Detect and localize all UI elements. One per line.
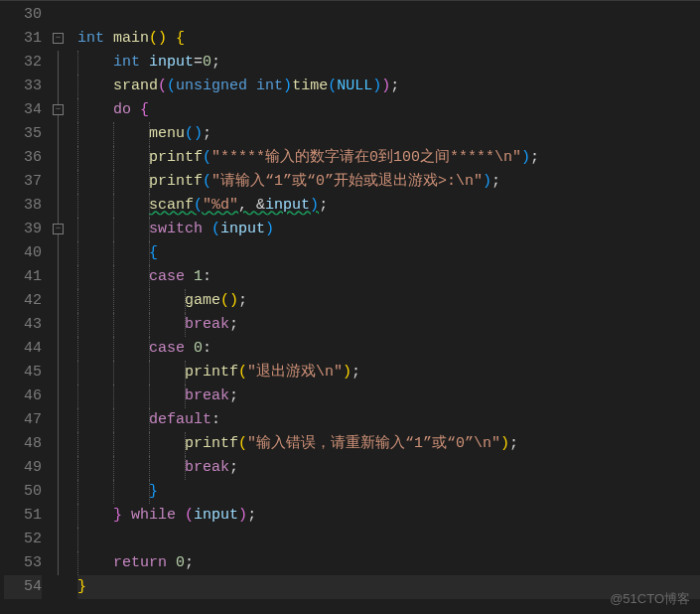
line-number-gutter: 30 31 32 33 34 35 36 37 38 39 40 41 42 4… [0,1,50,614]
line-number: 40 [4,241,42,265]
line-number: 48 [4,432,42,456]
fold-toggle-icon[interactable]: − [53,224,64,234]
fold-toggle-icon[interactable]: − [53,104,64,115]
line-number: 33 [4,75,42,98]
line-number: 54 [4,575,42,599]
line-number: 47 [4,408,42,432]
code-line: srand((unsigned int)time(NULL)); [77,75,700,98]
line-number: 30 [4,3,42,27]
line-number: 38 [4,194,42,218]
code-line: do { [77,98,700,122]
line-number: 43 [4,313,42,337]
line-number: 39 [4,218,42,241]
line-number: 42 [4,289,42,313]
code-line: break; [77,313,700,337]
code-line: default: [77,408,700,432]
code-line [77,3,700,27]
line-number: 35 [4,122,42,146]
code-line: scanf("%d", &input); [77,194,700,218]
code-line: printf("*****输入的数字请在0到100之间*****\n"); [77,146,700,170]
code-editor[interactable]: 30 31 32 33 34 35 36 37 38 39 40 41 42 4… [0,0,700,614]
code-line: int main() { [77,27,700,51]
line-number: 44 [4,337,42,361]
code-line: printf("输入错误，请重新输入“1”或“0”\n"); [77,432,700,456]
code-line: break; [77,384,700,408]
code-line: game(); [77,289,700,313]
line-number: 49 [4,456,42,480]
fold-toggle-icon[interactable]: − [53,33,64,44]
code-line: } [77,480,700,504]
line-number: 34 [4,98,42,122]
code-line: printf("退出游戏\n"); [77,361,700,384]
code-line: } [77,575,700,599]
line-number: 45 [4,361,42,384]
line-number: 36 [4,146,42,170]
code-line: printf("请输入“1”或“0”开始或退出游戏>:\n"); [77,170,700,194]
line-number: 52 [4,528,42,551]
line-number: 41 [4,265,42,289]
code-line: case 0: [77,337,700,361]
line-number: 51 [4,504,42,528]
code-line: return 0; [77,551,700,575]
line-number: 53 [4,551,42,575]
line-number: 50 [4,480,42,504]
code-area[interactable]: int main() { int input=0; srand((unsigne… [70,1,700,614]
code-line: menu(); [77,122,700,146]
code-line: } while (input); [77,504,700,528]
code-line: int input=0; [77,51,700,75]
line-number: 31 [4,27,42,51]
fold-column: − − − [50,1,70,614]
line-number: 46 [4,384,42,408]
code-line: break; [77,456,700,480]
watermark-text: @51CTO博客 [610,590,690,608]
code-line: switch (input) [77,218,700,241]
code-line: case 1: [77,265,700,289]
line-number: 32 [4,51,42,75]
line-number: 37 [4,170,42,194]
code-line: { [77,241,700,265]
code-line [77,528,700,551]
